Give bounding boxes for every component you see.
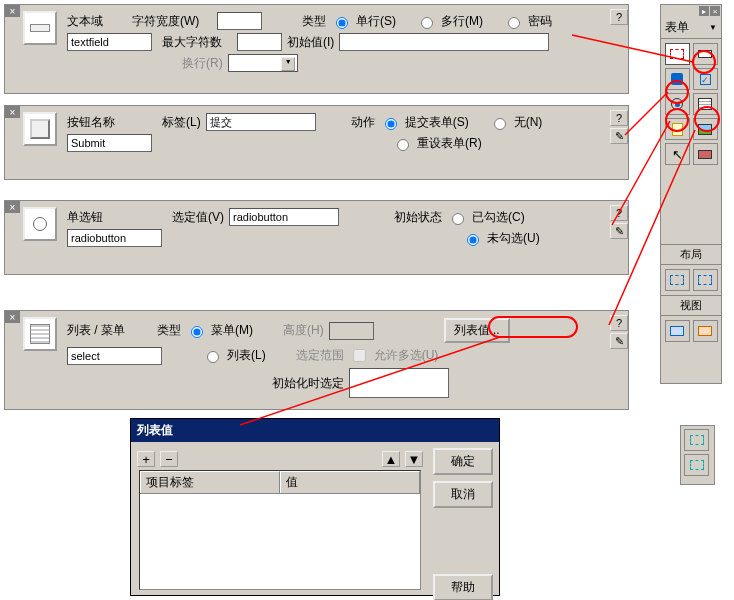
selval-input[interactable]	[229, 208, 339, 226]
toolbox-title: 表单	[665, 19, 689, 36]
image-tool[interactable]	[693, 118, 718, 140]
type-list-radio[interactable]	[207, 351, 219, 363]
type-single-label: 单行(S)	[356, 13, 396, 30]
dropdown-icon[interactable]: ▼	[709, 23, 717, 32]
button-title-label: 按钮名称	[67, 114, 127, 131]
help-icon[interactable]: ?	[610, 205, 628, 221]
type-multi-radio[interactable]	[421, 17, 433, 29]
view-tool-1[interactable]	[665, 320, 690, 342]
radio-tool[interactable]	[665, 93, 690, 115]
height-label: 高度(H)	[283, 322, 324, 339]
col-value-header: 值	[280, 471, 420, 493]
list-name-input[interactable]	[67, 347, 162, 365]
action-submit-radio[interactable]	[385, 118, 397, 130]
textfield-tool[interactable]	[693, 43, 718, 65]
ok-button[interactable]: 确定	[433, 448, 493, 475]
selval-label: 选定值(V)	[172, 209, 224, 226]
wrap-label: 换行(R)	[182, 55, 223, 72]
textfield-name-input[interactable]	[67, 33, 152, 51]
chevron-icon[interactable]: ▸	[699, 6, 709, 16]
move-up-button[interactable]: ▲	[382, 451, 400, 467]
type-menu-radio[interactable]	[191, 326, 203, 338]
char-width-input[interactable]	[217, 12, 262, 30]
pointer-tool[interactable]: ↖	[665, 143, 690, 165]
max-chars-input[interactable]	[237, 33, 282, 51]
type-password-label: 密码	[528, 13, 552, 30]
button-tool[interactable]	[693, 143, 718, 165]
remove-button[interactable]: −	[160, 451, 178, 467]
max-chars-label: 最大字符数	[162, 34, 232, 51]
form-tool[interactable]	[665, 43, 690, 65]
dialog-title: 列表值	[131, 419, 499, 442]
state-unchecked-label: 未勾选(U)	[487, 230, 540, 247]
textfield-type-icon	[23, 11, 57, 45]
view-tool-2[interactable]	[693, 320, 718, 342]
height-input	[329, 322, 374, 340]
list-type-icon	[23, 317, 57, 351]
close-icon[interactable]: ×	[5, 311, 20, 323]
type-password-radio[interactable]	[508, 17, 520, 29]
list-title-label: 列表 / 菜单	[67, 322, 152, 339]
action-reset-radio[interactable]	[397, 139, 409, 151]
edit-icon[interactable]: ✎	[610, 333, 628, 349]
close-icon[interactable]: ×	[5, 5, 20, 17]
textfield-title-label: 文本域	[67, 13, 127, 30]
cancel-button[interactable]: 取消	[433, 481, 493, 508]
type-single-radio[interactable]	[336, 17, 348, 29]
allow-multi-label: 允许多选(U)	[374, 347, 439, 364]
form-toolbox: ▸ × 表单 ▼ ✓ ↖ 布局 视图	[660, 4, 722, 384]
add-button[interactable]: +	[137, 451, 155, 467]
values-list[interactable]: 项目标签 值	[139, 470, 421, 590]
listvalues-button[interactable]: 列表值...	[444, 318, 510, 343]
button-label-input[interactable]	[206, 113, 316, 131]
action-none-radio[interactable]	[494, 118, 506, 130]
close-icon[interactable]: ×	[5, 201, 20, 213]
state-unchecked-radio[interactable]	[467, 234, 479, 246]
action-label: 动作	[351, 114, 375, 131]
wrap-dropdown[interactable]	[228, 54, 298, 72]
radio-properties-panel: × 单选钮 选定值(V) 初始状态 已勾选(C) 未勾选(U) ?	[4, 200, 629, 275]
move-down-button[interactable]: ▼	[405, 451, 423, 467]
init-sel-label: 初始化时选定	[272, 375, 344, 392]
button-name-input[interactable]	[67, 134, 152, 152]
type-multi-label: 多行(M)	[441, 13, 483, 30]
init-sel-input[interactable]	[349, 368, 449, 398]
close-icon[interactable]: ×	[710, 6, 720, 16]
tool-frag-1[interactable]	[684, 429, 709, 451]
list-properties-panel: × 列表 / 菜单 类型 菜单(M) 高度(H) 列表值... 列表(L)	[4, 310, 629, 410]
initstate-label: 初始状态	[394, 209, 442, 226]
action-reset-label: 重设表单(R)	[417, 135, 482, 152]
help-icon[interactable]: ?	[610, 315, 628, 331]
tool-frag-2[interactable]	[684, 454, 709, 476]
checkbox-tool[interactable]: ✓	[693, 68, 718, 90]
button-label-label: 标签(L)	[162, 114, 201, 131]
action-submit-label: 提交表单(S)	[405, 114, 469, 131]
layout-section-label: 布局	[661, 244, 721, 265]
hidden-tool[interactable]	[665, 68, 690, 90]
edit-icon[interactable]: ✎	[610, 128, 628, 144]
layout-tool-2[interactable]	[693, 269, 718, 291]
action-none-label: 无(N)	[514, 114, 543, 131]
state-checked-label: 已勾选(C)	[472, 209, 525, 226]
radio-title-label: 单选钮	[67, 209, 127, 226]
button-type-icon	[23, 112, 57, 146]
radio-name-input[interactable]	[67, 229, 162, 247]
init-val-label: 初始值(I)	[287, 34, 334, 51]
type-menu-label: 菜单(M)	[211, 322, 253, 339]
init-val-input[interactable]	[339, 33, 549, 51]
partial-toolbox	[680, 425, 715, 485]
allow-multi-checkbox	[353, 349, 366, 362]
view-section-label: 视图	[661, 295, 721, 316]
file-tool[interactable]	[665, 118, 690, 140]
listvalues-dialog: 列表值 + − ▲ ▼ 项目标签 值 确定 取消 帮助	[130, 418, 500, 596]
radio-type-icon	[23, 207, 57, 241]
state-checked-radio[interactable]	[452, 213, 464, 225]
layout-tool-1[interactable]	[665, 269, 690, 291]
close-icon[interactable]: ×	[5, 106, 20, 118]
edit-icon[interactable]: ✎	[610, 223, 628, 239]
char-width-label: 字符宽度(W)	[132, 13, 212, 30]
help-button[interactable]: 帮助	[433, 574, 493, 600]
help-icon[interactable]: ?	[610, 110, 628, 126]
help-icon[interactable]: ?	[610, 9, 628, 25]
list-tool[interactable]	[693, 93, 718, 115]
